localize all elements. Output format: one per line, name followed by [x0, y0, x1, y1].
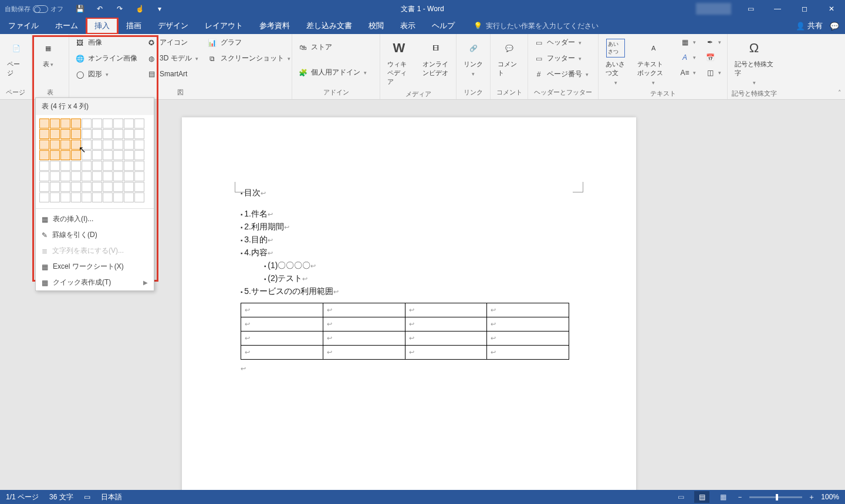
grid-cell[interactable]	[71, 150, 81, 160]
table-size-grid[interactable]	[36, 115, 154, 206]
footer-button[interactable]: ▭フッター	[532, 52, 591, 65]
grid-cell[interactable]	[113, 171, 123, 181]
grid-cell[interactable]	[50, 129, 60, 139]
zoom-in-icon[interactable]: ＋	[808, 492, 815, 502]
grid-cell[interactable]	[50, 161, 60, 171]
textbox-button[interactable]: Aテキストボックス	[634, 36, 673, 88]
grid-cell[interactable]	[50, 182, 60, 192]
collapse-ribbon-icon[interactable]: ˄	[838, 89, 841, 97]
tab-design[interactable]: デザイン	[150, 18, 197, 34]
grid-cell[interactable]	[71, 161, 81, 171]
grid-cell[interactable]	[113, 140, 123, 150]
grid-cell[interactable]	[92, 192, 102, 202]
grid-cell[interactable]	[92, 150, 102, 160]
tab-home[interactable]: ホーム	[47, 18, 86, 34]
grid-cell[interactable]	[50, 192, 60, 202]
grid-cell[interactable]	[113, 161, 123, 171]
read-mode-icon[interactable]: ▭	[673, 491, 688, 503]
store-button[interactable]: 🛍ストア	[296, 41, 369, 53]
grid-cell[interactable]	[103, 182, 113, 192]
draw-table-item[interactable]: ✎罫線を引く(D)	[36, 227, 154, 243]
grid-cell[interactable]	[92, 171, 102, 181]
grid-cell[interactable]	[82, 119, 92, 128]
grid-cell[interactable]	[124, 161, 134, 171]
grid-cell[interactable]	[60, 150, 70, 160]
symbol-button[interactable]: Ω記号と特殊文字	[731, 36, 777, 88]
save-icon[interactable]	[75, 4, 84, 13]
page-number-button[interactable]: #ページ番号	[532, 68, 591, 80]
grid-cell[interactable]	[82, 150, 92, 160]
signature-button[interactable]: ✒	[703, 36, 724, 48]
tab-layout[interactable]: レイアウト	[197, 18, 251, 34]
grid-cell[interactable]	[124, 182, 134, 192]
grid-cell[interactable]	[134, 140, 144, 150]
grid-cell[interactable]	[50, 171, 60, 181]
grid-cell[interactable]	[103, 119, 113, 128]
minimize-icon[interactable]: ―	[764, 0, 791, 18]
grid-cell[interactable]	[134, 129, 144, 139]
tab-help[interactable]: ヘルプ	[424, 18, 463, 34]
grid-cell[interactable]	[134, 182, 144, 192]
grid-cell[interactable]	[103, 129, 113, 139]
grid-cell[interactable]	[39, 140, 49, 150]
pages-button[interactable]: 📄ページ	[4, 36, 29, 80]
grid-cell[interactable]	[113, 150, 123, 160]
grid-cell[interactable]	[71, 119, 81, 128]
tab-file[interactable]: ファイル	[0, 18, 47, 34]
icons-button[interactable]: ✪アイコン	[144, 36, 201, 49]
zoom-out-icon[interactable]: －	[736, 492, 743, 502]
touch-mode-icon[interactable]	[135, 4, 144, 13]
online-video-button[interactable]: 🎞オンラインビデオ	[419, 36, 452, 80]
excel-spreadsheet-item[interactable]: ▦Excel ワークシート(X)	[36, 259, 154, 275]
grid-cell[interactable]	[50, 150, 60, 160]
grid-cell[interactable]	[82, 171, 92, 181]
language[interactable]: 日本語	[101, 492, 122, 502]
grid-cell[interactable]	[124, 119, 134, 128]
wordart-button[interactable]: A	[678, 52, 698, 63]
grid-cell[interactable]	[71, 140, 81, 150]
grid-cell[interactable]	[134, 161, 144, 171]
my-addins-button[interactable]: 🧩個人用アドイン	[296, 66, 369, 79]
grid-cell[interactable]	[39, 161, 49, 171]
grid-cell[interactable]	[92, 161, 102, 171]
grid-cell[interactable]	[92, 119, 102, 128]
web-layout-icon[interactable]: ▦	[715, 491, 731, 503]
tab-mailings[interactable]: 差し込み文書	[298, 18, 360, 34]
zoom-level[interactable]: 100%	[821, 493, 839, 501]
grid-cell[interactable]	[134, 192, 144, 202]
grid-cell[interactable]	[103, 140, 113, 150]
grid-cell[interactable]	[39, 171, 49, 181]
shapes-button[interactable]: ◯図形	[73, 68, 140, 80]
grid-cell[interactable]	[113, 182, 123, 192]
grid-cell[interactable]	[134, 150, 144, 160]
table-button[interactable]: ▦表	[35, 36, 61, 71]
grid-cell[interactable]	[71, 182, 81, 192]
share-button[interactable]: 👤 共有	[796, 21, 823, 31]
grid-cell[interactable]	[82, 140, 92, 150]
grid-cell[interactable]	[113, 192, 123, 202]
grid-cell[interactable]	[39, 192, 49, 202]
grid-cell[interactable]	[113, 129, 123, 139]
grid-cell[interactable]	[82, 192, 92, 202]
print-layout-icon[interactable]: ▤	[694, 491, 709, 503]
insert-table-item[interactable]: ▦表の挿入(I)...	[36, 211, 154, 227]
chart-button[interactable]: 📊グラフ	[205, 36, 293, 49]
grid-cell[interactable]	[60, 192, 70, 202]
grid-cell[interactable]	[60, 129, 70, 139]
tab-insert[interactable]: 挿入	[86, 18, 118, 34]
datetime-button[interactable]: 📅	[703, 52, 724, 63]
qat-customize-icon[interactable]	[155, 4, 164, 13]
close-icon[interactable]: ✕	[818, 0, 845, 18]
smartart-button[interactable]: ▤SmartArt	[144, 68, 201, 80]
grid-cell[interactable]	[50, 119, 60, 128]
grid-cell[interactable]	[39, 182, 49, 192]
autosave-toggle[interactable]: 自動保存 オフ	[5, 5, 63, 13]
grid-cell[interactable]	[82, 161, 92, 171]
grid-cell[interactable]	[60, 161, 70, 171]
grid-cell[interactable]	[39, 150, 49, 160]
header-button[interactable]: ▭ヘッダー	[532, 36, 591, 49]
grid-cell[interactable]	[82, 182, 92, 192]
grid-cell[interactable]	[71, 171, 81, 181]
maximize-icon[interactable]: ◻	[791, 0, 818, 18]
zoom-slider[interactable]	[749, 496, 802, 498]
